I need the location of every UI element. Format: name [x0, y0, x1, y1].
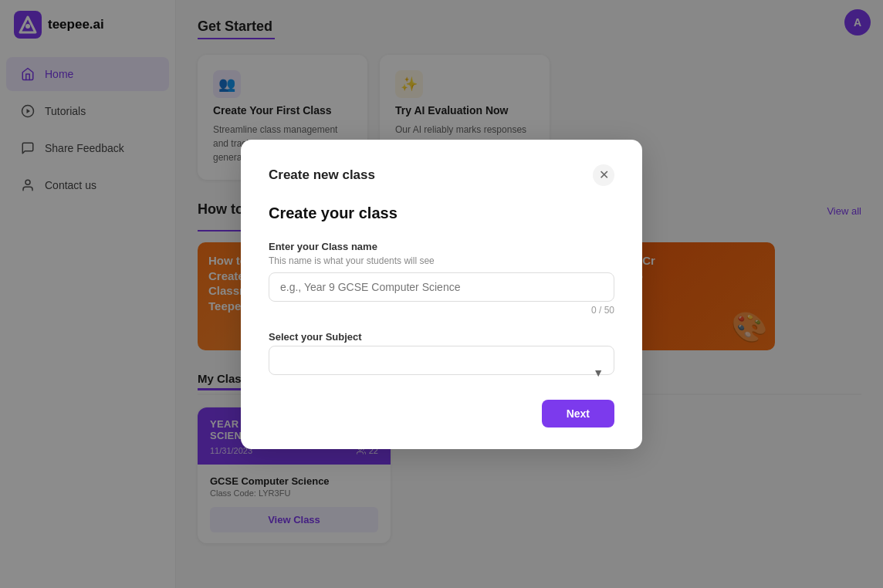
modal-header: Create new class ✕ — [269, 164, 614, 186]
next-button[interactable]: Next — [542, 400, 614, 427]
subject-select-wrapper: GCSE Computer Science GCSE Mathematics A… — [269, 346, 614, 400]
create-class-modal: Create new class ✕ Create your class Ent… — [241, 140, 642, 449]
modal-subtitle: Create your class — [269, 204, 614, 222]
subject-select[interactable]: GCSE Computer Science GCSE Mathematics A… — [269, 346, 614, 375]
class-name-input[interactable] — [269, 272, 614, 302]
class-name-hint: This name is what your students will see — [269, 255, 614, 266]
modal-overlay[interactable]: Create new class ✕ Create your class Ent… — [0, 0, 883, 588]
class-name-label: Enter your Class name — [269, 241, 614, 252]
char-count: 0 / 50 — [269, 305, 614, 316]
modal-header-title: Create new class — [269, 167, 375, 183]
modal-close-button[interactable]: ✕ — [593, 164, 614, 186]
subject-label: Select your Subject — [269, 331, 614, 343]
